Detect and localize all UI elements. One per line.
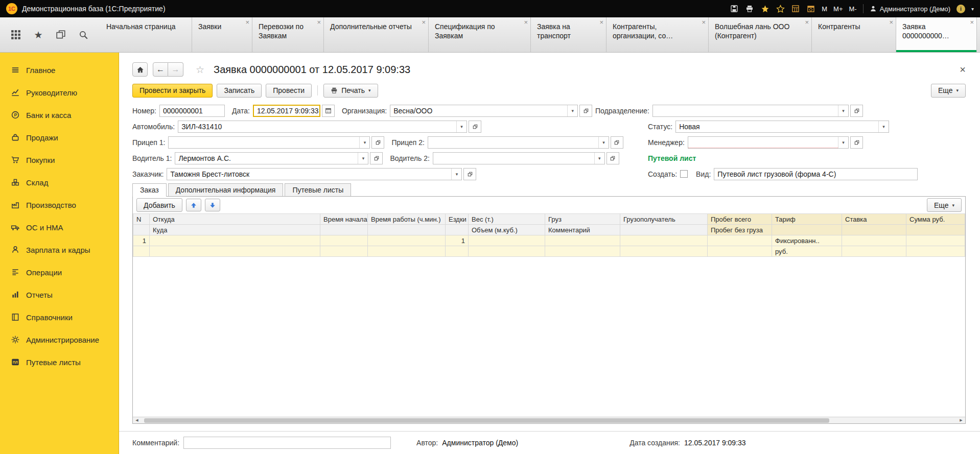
- tab-specifikaciya[interactable]: Спецификация по Заявкам×: [429, 17, 531, 52]
- tab-close-icon[interactable]: ×: [970, 18, 974, 27]
- move-down-button[interactable]: [205, 199, 220, 211]
- cell-to[interactable]: [150, 246, 320, 257]
- col-n[interactable]: N: [133, 214, 150, 225]
- driver1-combo[interactable]: Лермонтов А.С. ▾: [175, 152, 368, 164]
- sidebar-item-putevye-listy[interactable]: ПЛПутевые листы: [0, 351, 119, 373]
- calendar-button[interactable]: [322, 105, 335, 117]
- driver2-open-button[interactable]: [606, 152, 619, 164]
- tab-volshebnaya-lan[interactable]: Волшебная лань ООО (Контрагент)×: [709, 17, 812, 52]
- manager-open-button[interactable]: [850, 136, 863, 149]
- tab-zayavki[interactable]: Заявки×: [192, 17, 252, 52]
- date-input[interactable]: 12.05.2017 9:09:33: [253, 105, 320, 117]
- favorites-icon[interactable]: ★: [33, 29, 44, 40]
- cell-from[interactable]: [150, 235, 320, 246]
- sidebar-item-pokupki[interactable]: Покупки: [0, 149, 119, 171]
- col-to[interactable]: Куда: [150, 225, 320, 235]
- sidebar-item-proizvodstvo[interactable]: Производство: [0, 194, 119, 216]
- vehicle-open-button[interactable]: [469, 121, 481, 133]
- col-total-mileage[interactable]: Пробег всего: [708, 214, 772, 225]
- org-open-button[interactable]: [579, 105, 592, 117]
- calculator-icon[interactable]: [791, 4, 800, 13]
- chevron-down-icon[interactable]: ▾: [359, 137, 369, 148]
- tab-close-icon[interactable]: ×: [599, 18, 603, 27]
- scrollbar-thumb[interactable]: [144, 418, 829, 423]
- back-button[interactable]: ←: [153, 62, 168, 77]
- cell-work-time[interactable]: [368, 235, 446, 246]
- favorite-star-icon[interactable]: ☆: [196, 64, 204, 76]
- sections-grid-icon[interactable]: [10, 29, 21, 40]
- move-up-button[interactable]: [186, 199, 201, 211]
- print-button[interactable]: Печать ▾: [323, 84, 378, 98]
- tab-home[interactable]: Начальная страница: [100, 17, 192, 52]
- chevron-down-icon[interactable]: ▾: [598, 137, 609, 148]
- post-button[interactable]: Провести: [266, 84, 312, 98]
- tab-dop-informaciya[interactable]: Дополнительная информация: [168, 183, 284, 197]
- sidebar-item-otchety[interactable]: Отчеты: [0, 283, 119, 306]
- comment-input[interactable]: [183, 437, 391, 449]
- current-user[interactable]: Администратор (Демо): [870, 5, 950, 13]
- recent-windows-icon[interactable]: [55, 29, 66, 40]
- cell-start-time-sub[interactable]: [320, 246, 368, 257]
- tab-kontragenty-org[interactable]: Контрагенты, организации, со…×: [606, 17, 709, 52]
- org-combo[interactable]: Весна/ООО ▾: [390, 105, 578, 117]
- status-combo[interactable]: Новая ▾: [675, 121, 889, 133]
- tab-zakaz[interactable]: Заказ: [132, 183, 167, 197]
- scroll-left-icon[interactable]: ◀: [133, 418, 141, 422]
- tab-zayavka-transport[interactable]: Заявка на транспорт×: [531, 17, 606, 52]
- tab-zayavka-active[interactable]: Заявка 0000000000…×: [896, 17, 977, 52]
- cell-consignee[interactable]: [620, 235, 708, 246]
- search-icon[interactable]: [78, 29, 89, 40]
- kind-input[interactable]: Путевой лист грузовой (форма 4-С): [714, 168, 918, 180]
- col-from[interactable]: Откуда: [150, 214, 320, 225]
- cell-sum-sub[interactable]: [906, 246, 965, 257]
- cell-start-time[interactable]: [320, 235, 368, 246]
- tab-close-icon[interactable]: ×: [245, 18, 249, 27]
- customer-open-button[interactable]: [463, 168, 476, 180]
- division-open-button[interactable]: [850, 105, 863, 117]
- cell-trips-sub[interactable]: [446, 246, 469, 257]
- cell-cargo[interactable]: [545, 235, 620, 246]
- order-grid[interactable]: N Откуда Время начала Время работы (ч.ми…: [133, 213, 965, 417]
- sidebar-item-zarplata-kadry[interactable]: Зарплата и кадры: [0, 238, 119, 261]
- table-row[interactable]: 1 1 Фиксированн..: [133, 235, 965, 246]
- trailer2-combo[interactable]: ▾: [428, 136, 609, 149]
- favorites-star-icon[interactable]: [776, 4, 785, 13]
- home-button[interactable]: [132, 62, 148, 77]
- manager-combo[interactable]: ▾: [688, 136, 849, 149]
- tab-close-icon[interactable]: ×: [524, 18, 528, 27]
- col-weight[interactable]: Вес (т.): [469, 214, 545, 225]
- scroll-right-icon[interactable]: ▶: [957, 418, 965, 422]
- tab-close-icon[interactable]: ×: [889, 18, 893, 27]
- save-icon[interactable]: [730, 4, 739, 13]
- col-tariff[interactable]: Тариф: [772, 214, 842, 225]
- col-work-time[interactable]: Время работы (ч.мин.): [368, 214, 446, 225]
- division-combo[interactable]: ▾: [652, 105, 849, 117]
- chevron-down-icon[interactable]: ▾: [567, 105, 577, 116]
- chevron-down-icon[interactable]: ▾: [358, 153, 368, 164]
- cell-volume[interactable]: [469, 246, 545, 257]
- chevron-down-icon[interactable]: ▾: [451, 169, 461, 180]
- col-trips[interactable]: Ездки: [446, 214, 469, 225]
- tab-close-icon[interactable]: ×: [805, 18, 809, 27]
- post-and-close-button[interactable]: Провести и закрыть: [132, 84, 213, 98]
- driver1-open-button[interactable]: [370, 152, 383, 164]
- add-favorite-star-icon[interactable]: [760, 4, 769, 13]
- sidebar-item-operacii[interactable]: Операции: [0, 261, 119, 283]
- trailer2-open-button[interactable]: [611, 136, 623, 149]
- add-row-button[interactable]: Добавить: [136, 198, 182, 212]
- sidebar-item-spravochniki[interactable]: Справочники: [0, 306, 119, 328]
- trailer1-combo[interactable]: ▾: [168, 136, 370, 149]
- col-cargo[interactable]: Груз: [545, 214, 620, 225]
- create-checkbox[interactable]: [680, 170, 688, 178]
- cell-trips[interactable]: 1: [446, 235, 469, 246]
- cell-consignee-sub[interactable]: [620, 246, 708, 257]
- tab-close-icon[interactable]: ×: [317, 18, 321, 27]
- memory-m-minus-button[interactable]: M-: [849, 5, 857, 13]
- sidebar-item-glavnoe[interactable]: Главное: [0, 59, 119, 81]
- col-start-time[interactable]: Время начала: [320, 214, 368, 225]
- trailer1-open-button[interactable]: [371, 136, 384, 149]
- driver2-combo[interactable]: ▾: [433, 152, 605, 164]
- tab-close-icon[interactable]: ×: [422, 18, 426, 27]
- sidebar-item-prodazhi[interactable]: Продажи: [0, 126, 119, 149]
- chevron-down-icon[interactable]: ▾: [594, 153, 604, 164]
